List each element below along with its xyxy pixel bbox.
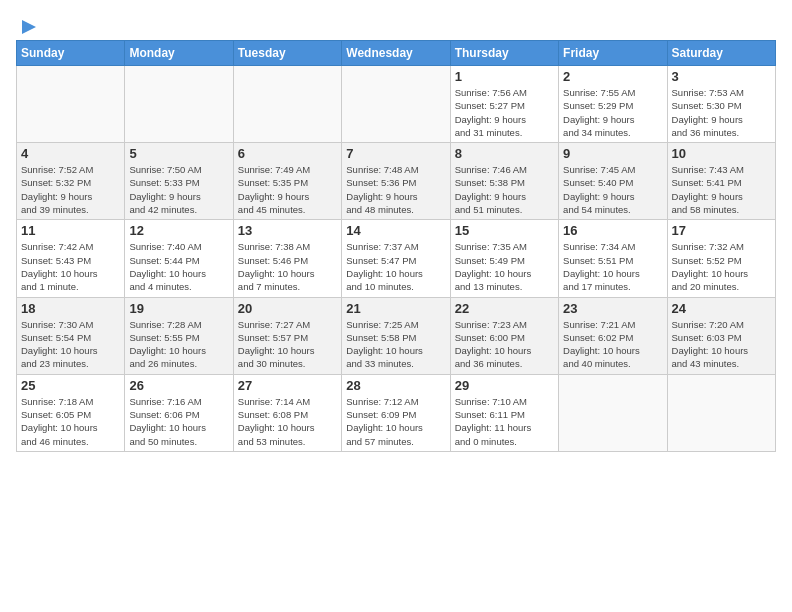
day-info: Sunrise: 7:49 AM Sunset: 5:35 PM Dayligh… <box>238 163 337 216</box>
day-header-saturday: Saturday <box>667 41 775 66</box>
day-number: 27 <box>238 378 337 393</box>
day-info: Sunrise: 7:16 AM Sunset: 6:06 PM Dayligh… <box>129 395 228 448</box>
calendar-cell: 25Sunrise: 7:18 AM Sunset: 6:05 PM Dayli… <box>17 374 125 451</box>
calendar-cell: 17Sunrise: 7:32 AM Sunset: 5:52 PM Dayli… <box>667 220 775 297</box>
calendar-cell: 7Sunrise: 7:48 AM Sunset: 5:36 PM Daylig… <box>342 143 450 220</box>
day-info: Sunrise: 7:37 AM Sunset: 5:47 PM Dayligh… <box>346 240 445 293</box>
day-number: 29 <box>455 378 554 393</box>
calendar-week-row: 11Sunrise: 7:42 AM Sunset: 5:43 PM Dayli… <box>17 220 776 297</box>
day-number: 19 <box>129 301 228 316</box>
day-info: Sunrise: 7:12 AM Sunset: 6:09 PM Dayligh… <box>346 395 445 448</box>
svg-marker-0 <box>22 20 36 34</box>
calendar-cell: 11Sunrise: 7:42 AM Sunset: 5:43 PM Dayli… <box>17 220 125 297</box>
day-number: 5 <box>129 146 228 161</box>
day-header-sunday: Sunday <box>17 41 125 66</box>
day-info: Sunrise: 7:35 AM Sunset: 5:49 PM Dayligh… <box>455 240 554 293</box>
day-number: 13 <box>238 223 337 238</box>
day-number: 25 <box>21 378 120 393</box>
day-info: Sunrise: 7:50 AM Sunset: 5:33 PM Dayligh… <box>129 163 228 216</box>
day-info: Sunrise: 7:28 AM Sunset: 5:55 PM Dayligh… <box>129 318 228 371</box>
day-number: 21 <box>346 301 445 316</box>
day-info: Sunrise: 7:25 AM Sunset: 5:58 PM Dayligh… <box>346 318 445 371</box>
day-info: Sunrise: 7:38 AM Sunset: 5:46 PM Dayligh… <box>238 240 337 293</box>
day-info: Sunrise: 7:43 AM Sunset: 5:41 PM Dayligh… <box>672 163 771 216</box>
calendar-cell: 16Sunrise: 7:34 AM Sunset: 5:51 PM Dayli… <box>559 220 667 297</box>
logo-arrow-icon <box>18 16 40 38</box>
day-number: 17 <box>672 223 771 238</box>
calendar-cell <box>342 66 450 143</box>
day-number: 16 <box>563 223 662 238</box>
calendar-week-row: 25Sunrise: 7:18 AM Sunset: 6:05 PM Dayli… <box>17 374 776 451</box>
calendar-cell: 22Sunrise: 7:23 AM Sunset: 6:00 PM Dayli… <box>450 297 558 374</box>
day-info: Sunrise: 7:42 AM Sunset: 5:43 PM Dayligh… <box>21 240 120 293</box>
day-info: Sunrise: 7:56 AM Sunset: 5:27 PM Dayligh… <box>455 86 554 139</box>
calendar-cell: 13Sunrise: 7:38 AM Sunset: 5:46 PM Dayli… <box>233 220 341 297</box>
calendar-cell: 18Sunrise: 7:30 AM Sunset: 5:54 PM Dayli… <box>17 297 125 374</box>
day-info: Sunrise: 7:21 AM Sunset: 6:02 PM Dayligh… <box>563 318 662 371</box>
day-number: 4 <box>21 146 120 161</box>
calendar-table: SundayMondayTuesdayWednesdayThursdayFrid… <box>16 40 776 452</box>
day-number: 1 <box>455 69 554 84</box>
day-number: 18 <box>21 301 120 316</box>
calendar-cell: 20Sunrise: 7:27 AM Sunset: 5:57 PM Dayli… <box>233 297 341 374</box>
calendar-cell: 23Sunrise: 7:21 AM Sunset: 6:02 PM Dayli… <box>559 297 667 374</box>
calendar-cell: 26Sunrise: 7:16 AM Sunset: 6:06 PM Dayli… <box>125 374 233 451</box>
day-info: Sunrise: 7:45 AM Sunset: 5:40 PM Dayligh… <box>563 163 662 216</box>
calendar-cell: 15Sunrise: 7:35 AM Sunset: 5:49 PM Dayli… <box>450 220 558 297</box>
day-info: Sunrise: 7:10 AM Sunset: 6:11 PM Dayligh… <box>455 395 554 448</box>
day-number: 28 <box>346 378 445 393</box>
day-number: 20 <box>238 301 337 316</box>
calendar-cell: 4Sunrise: 7:52 AM Sunset: 5:32 PM Daylig… <box>17 143 125 220</box>
calendar-cell: 8Sunrise: 7:46 AM Sunset: 5:38 PM Daylig… <box>450 143 558 220</box>
day-info: Sunrise: 7:18 AM Sunset: 6:05 PM Dayligh… <box>21 395 120 448</box>
logo <box>16 16 40 32</box>
day-info: Sunrise: 7:53 AM Sunset: 5:30 PM Dayligh… <box>672 86 771 139</box>
day-number: 12 <box>129 223 228 238</box>
day-info: Sunrise: 7:46 AM Sunset: 5:38 PM Dayligh… <box>455 163 554 216</box>
calendar-cell: 2Sunrise: 7:55 AM Sunset: 5:29 PM Daylig… <box>559 66 667 143</box>
calendar-cell: 29Sunrise: 7:10 AM Sunset: 6:11 PM Dayli… <box>450 374 558 451</box>
calendar-cell <box>17 66 125 143</box>
day-number: 3 <box>672 69 771 84</box>
day-info: Sunrise: 7:20 AM Sunset: 6:03 PM Dayligh… <box>672 318 771 371</box>
day-number: 10 <box>672 146 771 161</box>
calendar-cell: 19Sunrise: 7:28 AM Sunset: 5:55 PM Dayli… <box>125 297 233 374</box>
calendar-cell: 10Sunrise: 7:43 AM Sunset: 5:41 PM Dayli… <box>667 143 775 220</box>
day-info: Sunrise: 7:48 AM Sunset: 5:36 PM Dayligh… <box>346 163 445 216</box>
calendar-cell: 9Sunrise: 7:45 AM Sunset: 5:40 PM Daylig… <box>559 143 667 220</box>
calendar-cell: 1Sunrise: 7:56 AM Sunset: 5:27 PM Daylig… <box>450 66 558 143</box>
day-info: Sunrise: 7:30 AM Sunset: 5:54 PM Dayligh… <box>21 318 120 371</box>
day-info: Sunrise: 7:14 AM Sunset: 6:08 PM Dayligh… <box>238 395 337 448</box>
day-info: Sunrise: 7:55 AM Sunset: 5:29 PM Dayligh… <box>563 86 662 139</box>
day-info: Sunrise: 7:27 AM Sunset: 5:57 PM Dayligh… <box>238 318 337 371</box>
day-header-tuesday: Tuesday <box>233 41 341 66</box>
calendar-week-row: 4Sunrise: 7:52 AM Sunset: 5:32 PM Daylig… <box>17 143 776 220</box>
calendar-cell: 12Sunrise: 7:40 AM Sunset: 5:44 PM Dayli… <box>125 220 233 297</box>
day-header-wednesday: Wednesday <box>342 41 450 66</box>
calendar-cell <box>233 66 341 143</box>
day-info: Sunrise: 7:40 AM Sunset: 5:44 PM Dayligh… <box>129 240 228 293</box>
calendar-week-row: 1Sunrise: 7:56 AM Sunset: 5:27 PM Daylig… <box>17 66 776 143</box>
calendar-cell: 3Sunrise: 7:53 AM Sunset: 5:30 PM Daylig… <box>667 66 775 143</box>
day-number: 24 <box>672 301 771 316</box>
day-number: 26 <box>129 378 228 393</box>
day-header-thursday: Thursday <box>450 41 558 66</box>
day-header-friday: Friday <box>559 41 667 66</box>
day-number: 6 <box>238 146 337 161</box>
day-info: Sunrise: 7:52 AM Sunset: 5:32 PM Dayligh… <box>21 163 120 216</box>
calendar-cell: 24Sunrise: 7:20 AM Sunset: 6:03 PM Dayli… <box>667 297 775 374</box>
day-number: 14 <box>346 223 445 238</box>
day-number: 8 <box>455 146 554 161</box>
day-info: Sunrise: 7:23 AM Sunset: 6:00 PM Dayligh… <box>455 318 554 371</box>
calendar-cell: 5Sunrise: 7:50 AM Sunset: 5:33 PM Daylig… <box>125 143 233 220</box>
calendar-header-row: SundayMondayTuesdayWednesdayThursdayFrid… <box>17 41 776 66</box>
day-info: Sunrise: 7:34 AM Sunset: 5:51 PM Dayligh… <box>563 240 662 293</box>
day-number: 9 <box>563 146 662 161</box>
calendar-week-row: 18Sunrise: 7:30 AM Sunset: 5:54 PM Dayli… <box>17 297 776 374</box>
calendar-cell <box>125 66 233 143</box>
calendar-cell <box>667 374 775 451</box>
day-number: 7 <box>346 146 445 161</box>
day-number: 23 <box>563 301 662 316</box>
day-info: Sunrise: 7:32 AM Sunset: 5:52 PM Dayligh… <box>672 240 771 293</box>
calendar-cell: 6Sunrise: 7:49 AM Sunset: 5:35 PM Daylig… <box>233 143 341 220</box>
